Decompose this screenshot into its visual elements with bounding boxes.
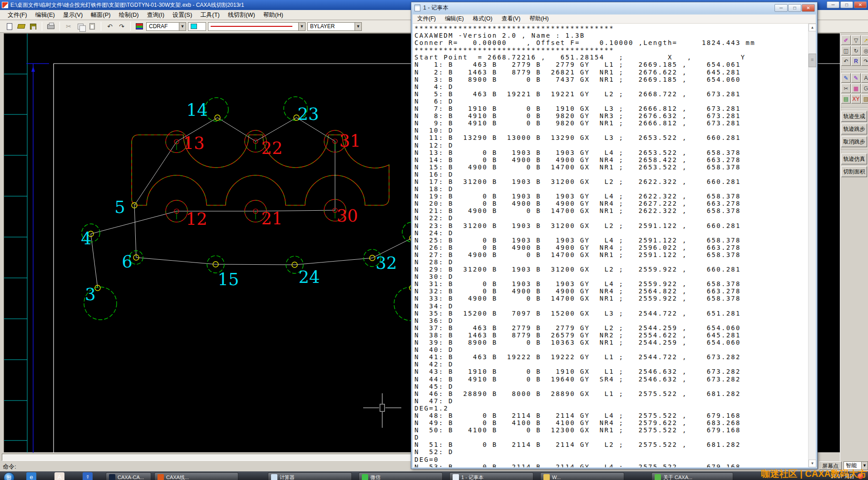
- notepad-menu-item-0[interactable]: 文件(F): [413, 15, 440, 23]
- taskbar-button-6[interactable]: 关于 CAXA...: [651, 472, 733, 480]
- linetype-combo[interactable]: ▼: [208, 22, 306, 31]
- blue-arrow-marker: [31, 66, 35, 72]
- panel-tool-icon-0-8[interactable]: ↷: [861, 56, 868, 66]
- caxa-menu-item-3[interactable]: 幅面(P): [87, 11, 114, 19]
- cut-button[interactable]: ✂: [64, 21, 74, 31]
- taskbar-button-5[interactable]: W...: [540, 472, 624, 480]
- wire-jump-line: [134, 142, 177, 205]
- autocad-icon[interactable]: A: [54, 472, 64, 480]
- panel-button-2[interactable]: 取消跳步: [841, 136, 867, 147]
- save-button[interactable]: [28, 21, 38, 31]
- taskbar-button-3[interactable]: 微信: [359, 472, 443, 480]
- color-combo[interactable]: [188, 22, 206, 31]
- caxa-wedm-icon: [158, 474, 164, 480]
- caxa-menu-item-1[interactable]: 编辑(E): [31, 11, 59, 19]
- redo-button[interactable]: ↷: [117, 21, 127, 31]
- paste-icon: [89, 23, 95, 30]
- panel-button-4[interactable]: 切割面积: [841, 166, 867, 177]
- maximize-button[interactable]: □: [788, 4, 801, 12]
- close-button[interactable]: ✕: [802, 4, 815, 12]
- scissors-icon: ✂: [66, 23, 71, 30]
- panel-tool-icon-1-8[interactable]: ▧: [861, 94, 868, 104]
- panel-tool-icon-1-0[interactable]: ✎: [841, 73, 851, 83]
- scroll-up-icon[interactable]: ▲: [809, 24, 816, 31]
- caxa-menu-item-4[interactable]: 绘制(D): [115, 11, 143, 19]
- taskbar-button-label: 关于 CAXA...: [663, 474, 692, 480]
- panel-tool-icon-0-5[interactable]: ◎: [861, 46, 868, 55]
- layer-combo-value: CDRAF: [149, 23, 168, 30]
- scroll-down-icon[interactable]: ▼: [809, 460, 816, 467]
- caxa-menu-item-8[interactable]: 线切割(W): [224, 11, 259, 19]
- panel-tool-icon-0-7[interactable]: R: [851, 56, 861, 66]
- panel-tool-icon-0-4[interactable]: ↻: [851, 46, 861, 55]
- caxa-menu-item-0[interactable]: 文件(F): [4, 11, 31, 19]
- start-button[interactable]: [4, 472, 15, 480]
- scrollbar-thumb[interactable]: [809, 54, 816, 67]
- panel-tool-icon-0-3[interactable]: ◫: [841, 46, 851, 55]
- minimize-button[interactable]: ─: [774, 4, 788, 12]
- caxa-menu-item-6[interactable]: 设置(S): [168, 11, 196, 19]
- taskbar-button-2[interactable]: 计算器: [268, 472, 352, 480]
- wire-jump-line: [91, 211, 177, 234]
- linestyle-combo[interactable]: BYLAYER ▼: [307, 22, 362, 31]
- taskbar-button-1[interactable]: CAXA线...: [154, 472, 238, 480]
- panel-separator: [841, 107, 868, 108]
- notepad-menu-item-3[interactable]: 查看(V): [497, 15, 525, 23]
- layers-button[interactable]: [134, 21, 144, 31]
- taskbar: eA☿CAXA-CA...CAXA线...计算器微信1 - 记事本W...关于 …: [0, 471, 868, 480]
- panel-button-0[interactable]: 轨迹生成: [841, 111, 867, 122]
- layers-icon: [136, 23, 143, 30]
- maximize-button[interactable]: □: [840, 1, 853, 8]
- taskbar-button-4[interactable]: 1 - 记事本: [449, 472, 533, 480]
- close-button[interactable]: ✕: [854, 1, 867, 8]
- status-field: [2, 454, 429, 461]
- panel-tool-icon-1-4[interactable]: ▦: [851, 84, 861, 93]
- wire-jump-line: [295, 258, 372, 265]
- notepad-titlebar[interactable]: 1 - 记事本 ─□✕: [411, 2, 817, 14]
- caxa-menu-item-7[interactable]: 工具(T): [196, 11, 224, 19]
- panel-tool-icon-1-2[interactable]: A: [861, 73, 868, 83]
- command-line[interactable]: 命令:: [3, 463, 16, 471]
- point-number-label: 13: [183, 134, 204, 153]
- caxa-menu-item-9[interactable]: 帮助(H): [259, 11, 287, 19]
- open-file-button[interactable]: [16, 21, 26, 31]
- panel-tool-icon-1-7[interactable]: XY: [851, 94, 861, 104]
- panel-tool-icon-0-0[interactable]: ✐: [841, 35, 851, 45]
- panel-button-3[interactable]: 轨迹仿真: [841, 153, 867, 164]
- panel-tool-icon-1-5[interactable]: G: [861, 84, 868, 93]
- copy-button[interactable]: [75, 21, 85, 31]
- panel-tool-icon-0-2[interactable]: ↗: [861, 35, 868, 45]
- panel-tool-icon-1-1[interactable]: ✎: [851, 73, 861, 83]
- wire-jump-line: [256, 118, 296, 141]
- caxa-menu-item-5[interactable]: 查询(I): [143, 11, 168, 19]
- notepad-menu-item-4[interactable]: 帮助(H): [525, 15, 553, 23]
- minimize-button[interactable]: ─: [827, 1, 839, 8]
- point-number-label: 30: [336, 206, 358, 226]
- layer-combo[interactable]: CDRAF ▼: [146, 22, 186, 31]
- panel-tool-icon-0-1[interactable]: ▽: [851, 35, 861, 45]
- notepad-menu-item-1[interactable]: 编辑(E): [440, 15, 469, 23]
- wire-path-circle: [205, 98, 228, 121]
- notepad-icon: [414, 5, 420, 11]
- caxa-menu-item-2[interactable]: 显示(V): [59, 11, 87, 19]
- panel-button-1[interactable]: 轨迹跳步: [841, 124, 867, 134]
- taskbar-button-label: 计算器: [280, 474, 295, 480]
- paste-button[interactable]: [87, 21, 97, 31]
- wire-jump-line: [216, 264, 295, 265]
- taskbar-button-0[interactable]: CAXA-CA...: [106, 472, 151, 480]
- notepad-text-area[interactable]: ****************************************…: [413, 24, 808, 467]
- undo-button[interactable]: ↶: [105, 21, 115, 31]
- point-number-label: 5: [114, 198, 125, 217]
- panel-tool-icon-1-3[interactable]: ✂: [841, 84, 851, 93]
- notepad-scrollbar[interactable]: ▲ ▼: [808, 24, 816, 467]
- undo-icon: ↶: [107, 23, 113, 30]
- new-file-button[interactable]: [5, 21, 15, 31]
- panel-tool-icon-0-6[interactable]: ↶: [841, 56, 851, 66]
- caxa-draft-icon[interactable]: ☿: [83, 472, 93, 480]
- notepad-menu-item-2[interactable]: 格式(O): [469, 15, 497, 23]
- calculator-icon: [271, 474, 277, 480]
- ie-icon[interactable]: e: [26, 472, 36, 480]
- panel-tool-icon-1-6[interactable]: ▤: [841, 94, 851, 104]
- printer-icon: [47, 24, 54, 29]
- print-button[interactable]: [46, 21, 56, 31]
